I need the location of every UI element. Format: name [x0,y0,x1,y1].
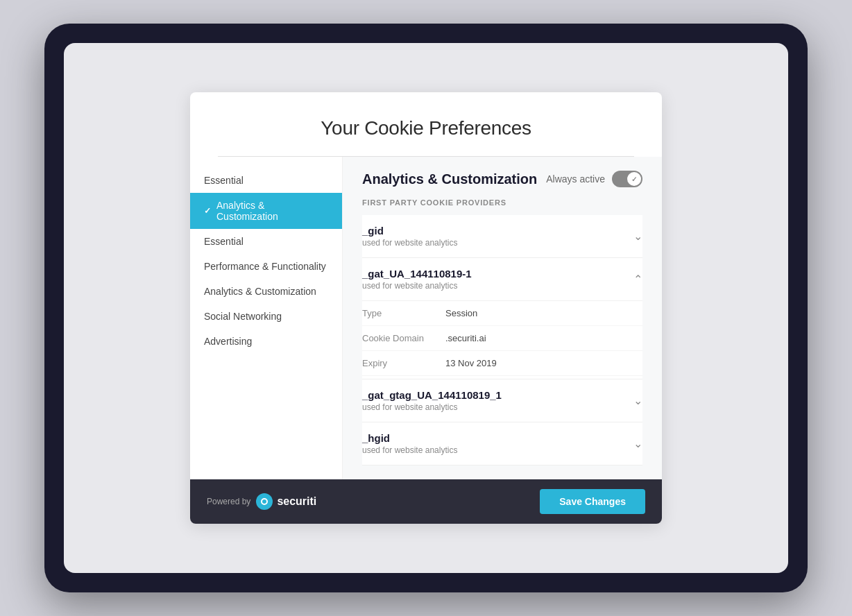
sidebar-item-label: Analytics & Customization [216,200,328,222]
sidebar-item-advertising[interactable]: Advertising [190,329,342,354]
content-area: Analytics & Customization Always active … [343,157,662,479]
cookie-desc-gat: used for website analytics [362,281,472,291]
save-changes-button[interactable]: Save Changes [540,489,645,514]
sidebar-item-label: Analytics & Customization [204,286,316,297]
always-active-label: Always active [546,173,605,185]
content-title: Analytics & Customization [362,171,537,187]
always-active-toggle[interactable]: ✓ [612,171,642,187]
detail-label-domain: Cookie Domain [362,333,445,343]
chevron-down-icon-hgid: ⌄ [633,437,642,450]
cookie-info-gat-gtag: _gat_gtag_UA_144110819_1 used for websit… [362,389,502,412]
securiti-logo: securiti [256,493,316,510]
sidebar-item-label: Performance & Functionality [204,261,326,272]
securiti-icon [256,493,273,510]
detail-row-expiry: Expiry 13 Nov 2019 [362,351,642,376]
modal-footer: Powered by securiti Save Changes [190,479,662,524]
cookie-info-gat: _gat_UA_144110819-1 used for website ana… [362,268,472,291]
cookie-desc-gat-gtag: used for website analytics [362,402,502,412]
toggle-knob: ✓ [627,172,641,186]
toggle-check-icon: ✓ [631,176,637,183]
always-active-group: Always active ✓ [546,171,642,187]
modal-header: Your Cookie Preferences [190,92,662,156]
check-icon: ✓ [204,206,211,216]
cookie-name-gid: _gid [362,225,457,237]
cookie-name-hgid: _hgid [362,432,457,444]
detail-row-domain: Cookie Domain .securiti.ai [362,326,642,351]
detail-label-type: Type [362,308,445,318]
sidebar-item-label: Essential [204,175,244,186]
cookie-item-hgid: _hgid used for website analytics ⌄ [362,422,642,465]
sidebar-item-performance[interactable]: Performance & Functionality [190,254,342,279]
sidebar-item-essential[interactable]: Essential [190,229,342,254]
chevron-down-icon-gid: ⌄ [633,230,642,243]
cookie-row-hgid[interactable]: _hgid used for website analytics ⌄ [362,422,642,465]
sidebar-item-essential-top[interactable]: Essential [190,168,342,193]
securiti-brand-name: securiti [277,495,316,508]
securiti-icon-inner [261,498,268,505]
chevron-down-icon-gat-gtag: ⌄ [633,394,642,407]
cookie-preferences-modal: Your Cookie Preferences Essential ✓ Anal… [190,92,662,524]
sidebar-item-analytics[interactable]: Analytics & Customization [190,279,342,304]
cookie-name-gat-gtag: _gat_gtag_UA_144110819_1 [362,389,502,401]
cookie-item-gat-gtag: _gat_gtag_UA_144110819_1 used for websit… [362,379,642,422]
detail-row-type: Type Session [362,301,642,326]
sidebar-item-label: Essential [204,236,244,247]
sidebar: Essential ✓ Analytics & Customization Es… [190,157,343,479]
cookie-name-gat: _gat_UA_144110819-1 [362,268,472,280]
cookie-desc-hgid: used for website analytics [362,445,457,455]
sidebar-item-social[interactable]: Social Networking [190,304,342,329]
detail-label-expiry: Expiry [362,358,445,368]
cookie-row-gid[interactable]: _gid used for website analytics ⌄ [362,215,642,257]
content-header: Analytics & Customization Always active … [362,171,642,187]
cookie-row-gat-gtag[interactable]: _gat_gtag_UA_144110819_1 used for websit… [362,379,642,422]
cookie-desc-gid: used for website analytics [362,238,457,248]
cookie-row-gat[interactable]: _gat_UA_144110819-1 used for website ana… [362,258,642,300]
detail-value-type: Session [445,308,477,318]
detail-value-expiry: 13 Nov 2019 [445,358,497,368]
cookie-info-hgid: _hgid used for website analytics [362,432,457,455]
detail-value-domain: .securiti.ai [445,333,486,343]
powered-by: Powered by securiti [207,493,316,510]
cookie-info-gid: _gid used for website analytics [362,225,457,248]
cookie-item-gat: _gat_UA_144110819-1 used for website ana… [362,258,642,379]
tablet-screen: Your Cookie Preferences Essential ✓ Anal… [64,43,788,573]
sidebar-item-analytics-active[interactable]: ✓ Analytics & Customization [190,193,342,229]
sidebar-item-label: Advertising [204,336,252,347]
cookie-details-gat: Type Session Cookie Domain .securiti.ai … [362,300,642,376]
modal-body: Essential ✓ Analytics & Customization Es… [190,157,662,479]
modal-title: Your Cookie Preferences [218,117,634,139]
chevron-up-icon-gat: ⌃ [633,273,642,286]
cookie-item-gid: _gid used for website analytics ⌄ [362,215,642,258]
tablet-frame: Your Cookie Preferences Essential ✓ Anal… [44,24,808,592]
powered-by-label: Powered by [207,497,250,506]
section-label: FIRST PARTY COOKIE PROVIDERS [362,198,642,207]
sidebar-item-label: Social Networking [204,311,282,322]
